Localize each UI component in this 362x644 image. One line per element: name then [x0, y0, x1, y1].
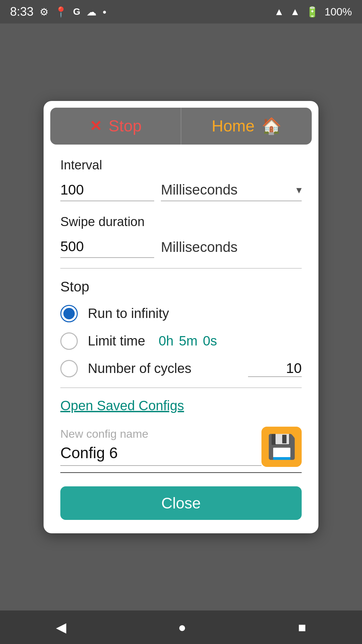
unit-select-wrapper: Milliseconds ▾ [161, 179, 302, 201]
google-icon: G [73, 6, 80, 17]
home-icon: 🏠 [261, 117, 282, 136]
radio-option-infinity[interactable]: Run to infinity [60, 305, 302, 322]
unit-select-text: Milliseconds [161, 182, 293, 198]
stop-x-icon: ✕ [89, 117, 102, 135]
cycles-value-input[interactable] [248, 360, 302, 377]
radio-option-limit-time[interactable]: Limit time 0h 5m 0s [60, 332, 302, 350]
home-button[interactable]: Home 🏠 [181, 108, 312, 145]
time-minutes[interactable]: 5m [179, 333, 198, 348]
stop-section: Stop Run to infinity Limit time 0h 5m 0s [60, 279, 302, 377]
chevron-down-icon: ▾ [296, 183, 302, 196]
interval-value-input[interactable] [60, 179, 154, 201]
save-floppy-icon: 💾 [267, 433, 296, 461]
wifi-icon: ▲ [274, 6, 284, 17]
swipe-duration-section: Swipe duration Milliseconds [60, 215, 302, 258]
interval-label: Interval [60, 158, 302, 172]
cloud-icon: ☁ [86, 6, 97, 18]
divider-2 [60, 387, 302, 388]
interval-section: Interval Milliseconds ▾ [60, 158, 302, 201]
config-name-row-inner: New config name Config 6 💾 [60, 427, 302, 473]
radio-infinity-label: Run to infinity [88, 306, 169, 321]
config-name-value[interactable]: Config 6 [60, 444, 261, 466]
battery-level: 100% [324, 6, 352, 18]
dot-icon: ● [103, 8, 107, 16]
location-icon: 📍 [55, 6, 67, 18]
config-name-hint: New config name [60, 427, 261, 440]
status-bar: 8:33 ⚙ 📍 G ☁ ● ▲ ▲ 🔋 100% [0, 0, 362, 23]
config-name-text-block: New config name Config 6 [60, 427, 261, 466]
swipe-value-input[interactable] [60, 236, 154, 258]
stop-label: Stop [109, 117, 142, 135]
settings-modal: ✕ Stop Home 🏠 Interval Millisecon [44, 101, 318, 533]
open-saved-configs-link[interactable]: Open Saved Configs [60, 398, 302, 413]
stop-button[interactable]: ✕ Stop [50, 108, 181, 145]
close-button-label: Close [161, 494, 201, 512]
signal-icon: ▲ [290, 6, 300, 17]
radio-cycles-circle[interactable] [60, 360, 78, 377]
status-bar-left: 8:33 ⚙ 📍 G ☁ ● [10, 5, 107, 19]
swipe-input-wrapper [60, 236, 154, 258]
modal-body: Interval Milliseconds ▾ Swipe duration [44, 145, 318, 413]
radio-infinity-circle[interactable] [60, 305, 78, 322]
config-name-row: New config name Config 6 💾 [44, 427, 318, 473]
close-button[interactable]: Close [60, 486, 302, 520]
home-nav-button[interactable]: ● [178, 620, 186, 635]
status-time: 8:33 [10, 5, 34, 19]
unit-dropdown[interactable]: Milliseconds ▾ [161, 179, 302, 201]
interval-row: Milliseconds ▾ [60, 179, 302, 201]
modal-overlay: ✕ Stop Home 🏠 Interval Millisecon [0, 23, 362, 610]
modal-header: ✕ Stop Home 🏠 [50, 108, 312, 145]
settings-icon: ⚙ [40, 6, 49, 18]
radio-limit-time-label: Limit time [88, 333, 145, 348]
home-label: Home [212, 117, 254, 135]
status-bar-right: ▲ ▲ 🔋 100% [274, 6, 352, 18]
back-nav-button[interactable]: ◀ [56, 620, 66, 635]
cycles-input-wrapper [201, 360, 302, 377]
divider-1 [60, 268, 302, 269]
time-parts: 0h 5m 0s [159, 333, 217, 348]
battery-icon: 🔋 [306, 6, 318, 18]
swipe-duration-label: Swipe duration [60, 215, 302, 229]
swipe-row: Milliseconds [60, 236, 302, 258]
radio-option-cycles[interactable]: Number of cycles [60, 360, 302, 377]
save-config-button[interactable]: 💾 [261, 427, 302, 467]
time-hours[interactable]: 0h [159, 333, 174, 348]
time-seconds[interactable]: 0s [203, 333, 217, 348]
recent-nav-button[interactable]: ■ [298, 620, 306, 635]
bottom-nav: ◀ ● ■ [0, 610, 362, 644]
radio-limit-time-circle[interactable] [60, 332, 78, 350]
radio-cycles-label: Number of cycles [88, 361, 191, 376]
interval-input-wrapper [60, 179, 154, 201]
stop-section-label: Stop [60, 279, 302, 295]
radio-infinity-inner [63, 308, 75, 319]
swipe-unit-label: Milliseconds [161, 239, 238, 258]
